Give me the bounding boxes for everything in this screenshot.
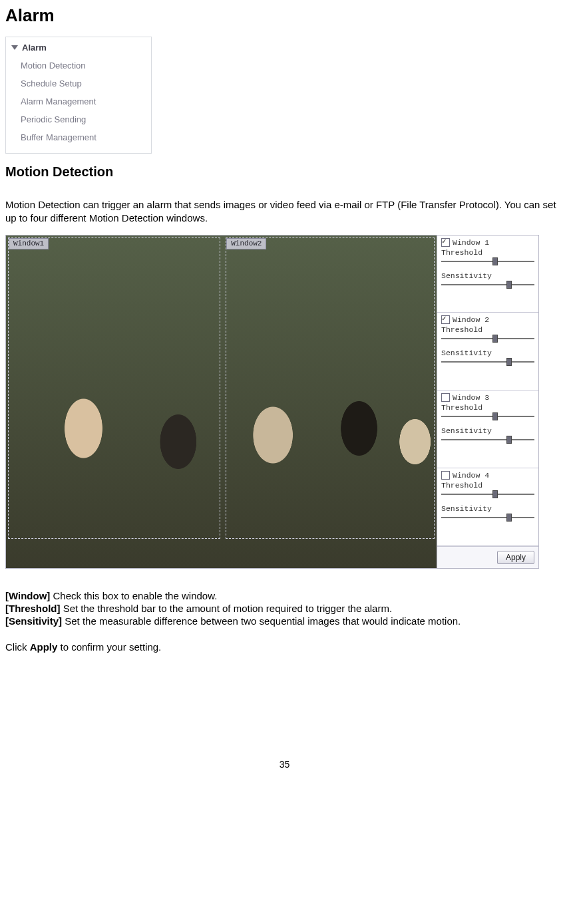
alarm-nav-tree: Alarm Motion Detection Schedule Setup Al… [5, 37, 152, 154]
window-3-checkbox[interactable] [441, 393, 450, 402]
window-4-threshold-label: Threshold [441, 481, 534, 490]
window-2-sensitivity-slider[interactable] [441, 359, 534, 365]
window-4-sensitivity-label: Sensitivity [441, 504, 534, 513]
detection-window-1-label: Window1 [9, 238, 49, 249]
window-1-sensitivity-slider[interactable] [441, 281, 534, 288]
window-3-sensitivity-label: Sensitivity [441, 426, 534, 435]
def-key: [Threshold] [5, 603, 61, 614]
definitions: [Window] Check this box to enable the wi… [5, 590, 564, 627]
detection-window-1-box [8, 237, 220, 539]
window-2-group: Window 2 Threshold Sensitivity [437, 313, 538, 390]
apply-instruction: Click Apply to confirm your setting. [5, 641, 564, 653]
window-1-sensitivity-label: Sensitivity [441, 271, 534, 280]
def-text: Set the threshold bar to the amount of m… [61, 603, 393, 614]
window-2-label: Window 2 [453, 315, 489, 324]
window-3-group: Window 3 Threshold Sensitivity [437, 390, 538, 468]
intro-paragraph: Motion Detection can trigger an alarm th… [5, 198, 564, 226]
window-1-threshold-slider[interactable] [441, 258, 534, 265]
nav-item: Buffer Management [21, 128, 151, 146]
def-key: [Window] [5, 590, 50, 601]
window-1-checkbox[interactable] [441, 238, 450, 247]
window-4-checkbox[interactable] [441, 471, 450, 480]
nav-header: Alarm [6, 41, 151, 57]
window-3-threshold-slider[interactable] [441, 413, 534, 420]
def-text: Set the measurable difference between tw… [62, 615, 461, 627]
def-key: [Sensitivity] [5, 615, 62, 627]
camera-preview: Window1 Window2 [6, 235, 437, 568]
window-3-threshold-label: Threshold [441, 403, 534, 412]
window-3-sensitivity-slider[interactable] [441, 436, 534, 443]
window-4-group: Window 4 Threshold Sensitivity [437, 468, 538, 546]
window-2-checkbox[interactable] [441, 315, 450, 324]
nav-item: Periodic Sending [21, 110, 151, 128]
section-heading: Motion Detection [5, 164, 564, 180]
window-2-threshold-slider[interactable] [441, 335, 534, 342]
window-3-label: Window 3 [453, 393, 489, 402]
window-4-threshold-slider[interactable] [441, 491, 534, 498]
collapse-icon [11, 45, 18, 50]
detection-window-2-label: Window2 [226, 238, 266, 249]
nav-item: Motion Detection [21, 57, 151, 75]
window-2-sensitivity-label: Sensitivity [441, 349, 534, 357]
def-text: Check this box to enable the window. [50, 590, 217, 601]
page-number: 35 [5, 759, 564, 770]
apply-button[interactable]: Apply [497, 551, 534, 564]
motion-detection-screenshot: Window1 Window2 Window 1 Threshold Sensi… [5, 235, 539, 569]
window-2-threshold-label: Threshold [441, 325, 534, 334]
window-4-label: Window 4 [453, 471, 489, 480]
apply-line-bold: Apply [30, 641, 58, 653]
page-title: Alarm [5, 5, 564, 26]
detection-window-2-box [226, 237, 435, 539]
apply-line-suffix: to confirm your setting. [57, 641, 161, 653]
settings-panel: Window 1 Threshold Sensitivity Window 2 … [437, 235, 538, 568]
window-1-label: Window 1 [453, 238, 489, 247]
window-1-group: Window 1 Threshold Sensitivity [437, 235, 538, 313]
nav-header-label: Alarm [22, 43, 47, 53]
nav-item: Schedule Setup [21, 75, 151, 92]
window-4-sensitivity-slider[interactable] [441, 514, 534, 521]
apply-row: Apply [437, 546, 538, 568]
nav-item: Alarm Management [21, 92, 151, 110]
apply-line-prefix: Click [5, 641, 30, 653]
window-1-threshold-label: Threshold [441, 248, 534, 257]
